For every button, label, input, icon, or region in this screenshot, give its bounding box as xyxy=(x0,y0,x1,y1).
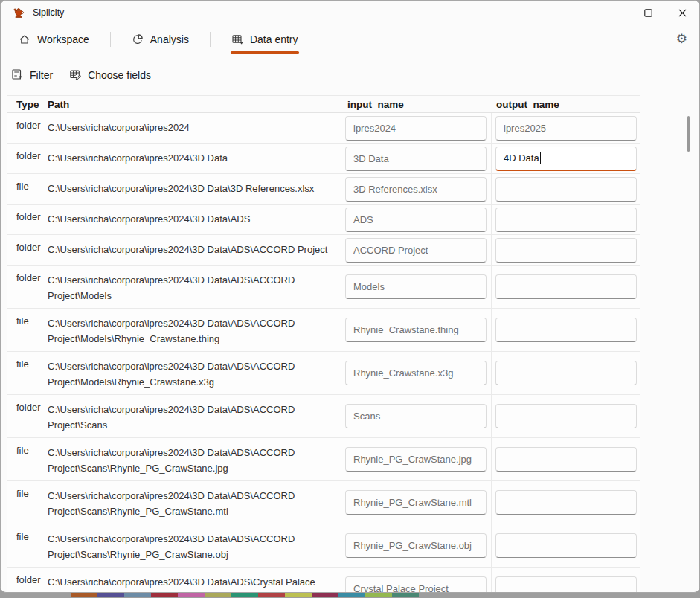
input-name-textbox[interactable]: Rhynie_PG_CrawStane.jpg xyxy=(345,447,487,472)
input-name-cell: ACCORD Project xyxy=(341,235,492,265)
input-name-textbox[interactable]: Crystal Palace Project xyxy=(345,576,487,593)
desktop-wallpaper-mosaic xyxy=(71,593,419,597)
window-title: Siplicity xyxy=(33,7,64,18)
type-cell: file xyxy=(7,438,42,480)
output-name-cell xyxy=(492,174,641,204)
input-name-textbox[interactable]: ADS xyxy=(345,208,487,232)
filter-button[interactable]: Filter xyxy=(11,68,53,81)
window-controls xyxy=(597,1,699,25)
path-cell: C:\Users\richa\corpora\ipres2024\3D Data… xyxy=(42,235,341,265)
filter-list-icon xyxy=(11,68,24,81)
home-icon xyxy=(19,33,30,45)
input-name-textbox[interactable]: Models xyxy=(345,274,487,299)
input-name-textbox[interactable]: Rhynie_PG_CrawStane.obj xyxy=(345,533,487,558)
table-row: file C:\Users\richa\corpora\ipres2024\3D… xyxy=(7,438,640,481)
path-cell: C:\Users\richa\corpora\ipres2024\3D Data… xyxy=(42,309,341,351)
input-name-textbox[interactable]: 3D References.xlsx xyxy=(345,177,487,202)
edit-table-icon xyxy=(69,68,82,81)
choose-fields-button[interactable]: Choose fields xyxy=(69,68,151,81)
path-cell: C:\Users\richa\corpora\ipres2024\3D Data… xyxy=(42,568,341,593)
column-header-path: Path xyxy=(42,99,341,110)
input-name-textbox[interactable]: Rhynie_Crawstane.thing xyxy=(345,318,487,342)
table-row: folder C:\Users\richa\corpora\ipres2024\… xyxy=(7,144,640,174)
output-name-textbox[interactable]: 4D Data xyxy=(495,147,637,171)
input-name-cell: ipres2024 xyxy=(341,113,492,143)
output-name-cell xyxy=(492,524,641,567)
vertical-scrollbar-thumb[interactable] xyxy=(687,116,690,152)
tab-label: Analysis xyxy=(150,33,189,45)
type-cell: folder xyxy=(7,235,42,265)
type-cell: folder xyxy=(7,568,42,593)
table-row: folder C:\Users\richa\corpora\ipres2024\… xyxy=(7,266,640,309)
type-cell: folder xyxy=(7,144,42,173)
table-header: Type Path input_name output_name xyxy=(7,96,640,113)
column-header-type: Type xyxy=(7,99,42,110)
input-name-cell: Crystal Palace Project xyxy=(341,568,492,593)
output-name-textbox[interactable] xyxy=(495,318,637,342)
tab-label: Data entry xyxy=(250,33,298,45)
input-name-textbox[interactable]: ACCORD Project xyxy=(345,238,487,263)
input-name-textbox[interactable]: Rhynie_Crawstane.x3g xyxy=(345,361,487,385)
output-name-textbox[interactable] xyxy=(495,274,637,299)
table-row: folder C:\Users\richa\corpora\ipres2024\… xyxy=(7,395,640,438)
output-name-textbox[interactable] xyxy=(495,447,637,472)
input-name-cell: ADS xyxy=(341,205,492,234)
type-cell: file xyxy=(7,352,42,394)
tab-bar: Workspace Analysis Data e xyxy=(1,25,699,54)
output-name-cell xyxy=(492,266,641,308)
tab-workspace[interactable]: Workspace xyxy=(11,25,97,54)
output-name-cell xyxy=(492,568,641,593)
text-cursor xyxy=(540,152,542,164)
table-row: folder C:\Users\richa\corpora\ipres2024 … xyxy=(7,113,640,144)
input-name-cell: Rhynie_PG_CrawStane.obj xyxy=(341,524,492,567)
column-header-output-name: output_name xyxy=(492,99,641,110)
input-name-textbox[interactable]: Rhynie_PG_CrawStane.mtl xyxy=(345,490,487,515)
mapping-table: Type Path input_name output_name folder … xyxy=(7,95,640,593)
filter-button-label: Filter xyxy=(30,69,53,81)
close-button[interactable] xyxy=(665,1,699,25)
path-cell: C:\Users\richa\corpora\ipres2024\3D Data… xyxy=(42,395,341,437)
output-name-cell: ipres2025 xyxy=(492,113,641,143)
title-bar: Siplicity xyxy=(1,1,699,25)
table-row: file C:\Users\richa\corpora\ipres2024\3D… xyxy=(7,174,640,205)
table-row: folder C:\Users\richa\corpora\ipres2024\… xyxy=(7,568,640,593)
path-cell: C:\Users\richa\corpora\ipres2024\3D Data… xyxy=(42,438,341,480)
maximize-button[interactable] xyxy=(631,1,665,25)
output-name-textbox[interactable] xyxy=(495,576,637,593)
gear-icon[interactable]: ⚙ xyxy=(676,33,687,45)
tab-label: Workspace xyxy=(37,33,89,45)
minimize-button[interactable] xyxy=(597,1,631,25)
input-name-textbox[interactable]: Scans xyxy=(345,404,487,428)
type-cell: folder xyxy=(7,205,42,234)
output-name-cell xyxy=(492,438,641,480)
table-row: folder C:\Users\richa\corpora\ipres2024\… xyxy=(7,205,640,235)
column-header-input-name: input_name xyxy=(341,99,492,110)
output-name-textbox[interactable] xyxy=(495,490,637,515)
path-cell: C:\Users\richa\corpora\ipres2024\3D Data xyxy=(42,144,341,173)
input-name-textbox[interactable]: 3D Data xyxy=(345,147,487,171)
tab-analysis[interactable]: Analysis xyxy=(124,25,196,54)
app-logo-teapot-icon xyxy=(13,7,25,19)
output-name-textbox[interactable] xyxy=(495,361,637,385)
table-row: folder C:\Users\richa\corpora\ipres2024\… xyxy=(7,235,640,266)
input-name-cell: Rhynie_Crawstane.thing xyxy=(341,309,492,351)
output-name-textbox[interactable]: ipres2025 xyxy=(495,116,637,141)
output-name-cell: 4D Data xyxy=(492,144,641,173)
table-row: file C:\Users\richa\corpora\ipres2024\3D… xyxy=(7,309,640,352)
input-name-cell: Rhynie_PG_CrawStane.jpg xyxy=(341,438,492,480)
output-name-textbox[interactable] xyxy=(495,404,637,428)
input-name-textbox[interactable]: ipres2024 xyxy=(345,116,487,141)
output-name-cell xyxy=(492,205,641,234)
output-name-textbox[interactable] xyxy=(495,238,637,263)
input-name-cell: 3D Data xyxy=(341,144,492,173)
path-cell: C:\Users\richa\corpora\ipres2024\3D Data… xyxy=(42,266,341,308)
choose-fields-button-label: Choose fields xyxy=(88,69,151,81)
output-name-textbox[interactable] xyxy=(495,208,637,232)
input-name-cell: 3D References.xlsx xyxy=(341,174,492,204)
toolbar: Filter Choose fields xyxy=(1,54,699,95)
output-name-textbox[interactable] xyxy=(495,533,637,558)
path-cell: C:\Users\richa\corpora\ipres2024\3D Data… xyxy=(42,352,341,394)
output-name-textbox[interactable] xyxy=(495,177,637,202)
tab-divider xyxy=(110,32,111,47)
tab-data-entry[interactable]: Data entry xyxy=(224,25,306,54)
